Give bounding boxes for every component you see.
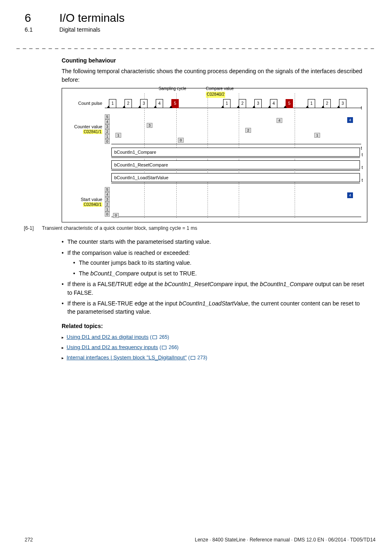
book-icon [191,356,195,360]
pulse-box: 1 [223,99,231,108]
doc-id: Lenze · 8400 StateLine · Reference manua… [195,537,376,543]
pulse-box: 2 [239,99,246,108]
figure-timing-diagram: Sampling cycle Compare value C02840/2 Co… [62,88,367,222]
section-title: Digital terminals [59,26,100,33]
bullet: If there is a FALSE/TRUE edge at the bCo… [62,280,367,297]
figure-caption: Transient characteristic of a quick coun… [42,225,197,232]
sampling-label: Sampling cycle [159,86,186,92]
pulse-box: 1 [109,99,116,108]
pulse-box: 4 [156,99,163,108]
start-yticks: 0 1 2 3 4 5 [105,187,111,217]
pulse-box: 2 [125,99,132,108]
related-link[interactable]: Using DI1 and DI2 as frequency inputs ( … [62,344,367,352]
pulse-box: 2 [323,99,331,108]
book-icon [162,346,166,349]
signal-loadstart: bCountIn1_LoadStartValue [111,173,360,182]
book-icon [152,335,157,339]
pulse-box: 1 [308,99,315,108]
pulse-box: 3 [339,99,346,108]
page-number: 272 [25,537,33,543]
link-text[interactable]: Using DI1 and DI2 as frequency inputs [67,344,158,350]
t-axis: t [361,105,362,111]
pulse-box: 3 [140,99,148,108]
bullet: The counter starts with the parameterise… [62,238,367,246]
signal-resetcompare: bCountIn1_ResetCompare [111,160,360,169]
link-text[interactable]: Using DI1 and DI2 as digital inputs [67,334,148,340]
counting-intro: The following temporal characteristic sh… [62,67,367,84]
counter-value-plot: 1 3 0 2 4 1 4 t [111,113,361,145]
start-code: C02840/1 [83,202,102,207]
count-pulse-plot: 1 2 3 4 5 1 2 3 4 5 1 2 3 t [105,97,361,110]
chapter-number: 6 [25,12,58,25]
link-text[interactable]: Internal interfaces | System block "LS_D… [67,354,187,361]
related-heading: Related topics: [62,322,367,330]
signal-compare: bCountIn1_Compare [111,148,360,157]
t-axis: t [361,145,362,152]
start-value-plot: 0 4 [111,186,361,218]
sub-bullet: The counter jumps back to its starting v… [73,259,367,267]
related-link[interactable]: Internal interfaces | System block "LS_D… [62,354,367,362]
sub-bullet: The bCount1_Compare output is set to TRU… [73,269,367,278]
count-pulse-label: Count pulse [68,101,105,106]
counter-yticks: 0 1 2 3 4 5 [105,114,111,144]
pulse-box: 3 [254,99,262,108]
counter-code: C02841/1 [83,130,102,134]
pulse-box: 4 [270,99,277,108]
bullet: If the comparison value is reached or ex… [62,249,367,278]
counter-value-label: Counter value C02841/1 [68,124,105,134]
pulse-box: 5 [171,99,179,108]
chapter-title: I/O terminals [59,12,125,24]
divider: _ _ _ _ _ _ _ _ _ _ _ _ _ _ _ _ _ _ _ _ … [16,42,376,49]
related-link[interactable]: Using DI1 and DI2 as digital inputs ( 26… [62,333,367,341]
start-value-label: Start value C02840/1 [68,197,105,207]
section-number: 6.1 [25,26,58,33]
figure-number: [6-1] [24,225,42,232]
counting-heading: Counting behaviour [62,56,367,65]
pulse-box: 5 [286,99,293,108]
bullet: If there is a FALSE-TRUE edge at the inp… [62,299,367,316]
